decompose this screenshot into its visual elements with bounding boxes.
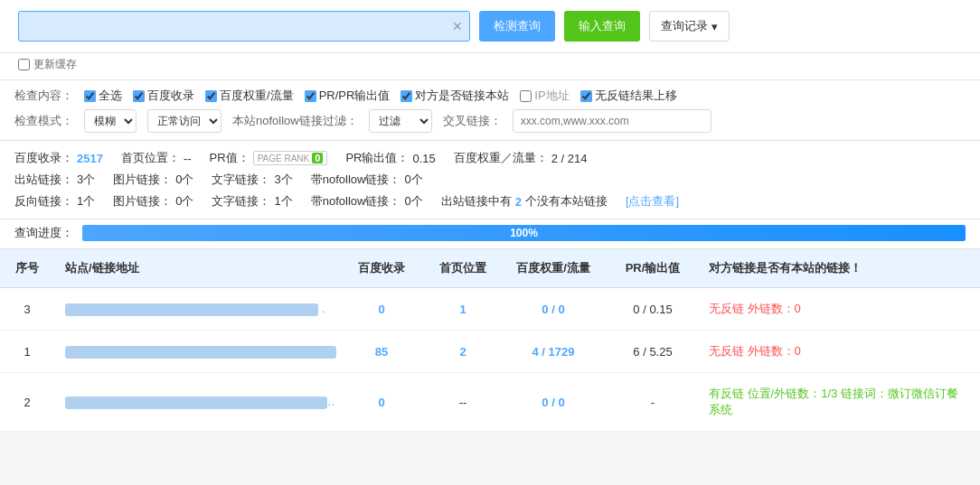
- filter-baidu-weight[interactable]: 百度权重/流量: [205, 88, 294, 104]
- stat-reverse-img-links: 图片链接： 0个: [113, 193, 193, 210]
- close-icon[interactable]: ✕: [452, 19, 463, 33]
- table-header: 序号 站点/链接地址 百度收录 首页位置 百度权重/流量 PR/输出值 对方链接…: [0, 249, 980, 288]
- visit-select[interactable]: 正常访问 模拟蜘蛛: [147, 109, 221, 133]
- click-view-link[interactable]: [点击查看]: [626, 193, 679, 210]
- filter-all[interactable]: 全选: [84, 88, 122, 104]
- cross-link-input[interactable]: [513, 109, 711, 133]
- stat-pr-output: PR输出值： 0.15: [345, 150, 435, 166]
- td-pr-output: -: [608, 390, 698, 415]
- input-button[interactable]: 输入查询: [564, 11, 640, 42]
- td-link-status: 有反链 位置/外链数：1/3 链接词：微订微信订餐系统: [698, 380, 980, 424]
- filter-link-back[interactable]: 对方是否链接本站: [400, 88, 509, 104]
- th-homepage: 首页位置: [427, 256, 499, 280]
- stat-no-site-links: 出站链接中有 2 个没有本站链接: [441, 193, 608, 210]
- stat-text-links: 文字链接： 3个: [212, 172, 292, 188]
- td-pr-output: 6 / 5.25: [608, 340, 698, 364]
- td-index: 3: [0, 297, 54, 322]
- filter-content-row: 检查内容： 全选 百度收录 百度权重/流量 PR/PR输出值 对方是否链接本站 …: [14, 88, 966, 104]
- td-baidu-index: 0: [336, 390, 427, 415]
- mode-select[interactable]: 模糊 精确: [84, 109, 137, 133]
- td-index: 1: [0, 340, 54, 364]
- th-baidu-index: 百度收录: [336, 256, 427, 280]
- blurred-url-1: [65, 346, 336, 359]
- stat-homepage-pos: 首页位置： --: [121, 150, 192, 166]
- stat-img-links: 图片链接： 0个: [113, 172, 193, 188]
- update-cache-label: 更新缓存: [33, 57, 77, 72]
- th-link-status: 对方链接是否有本站的链接！: [698, 256, 980, 280]
- filter-mode-label: 检查模式：: [14, 113, 73, 129]
- stat-reverse-nofollow: 带nofollow链接： 0个: [311, 193, 423, 210]
- nofollow-select[interactable]: 过滤 不过滤: [369, 109, 432, 133]
- filter-section: 检查内容： 全选 百度收录 百度权重/流量 PR/PR输出值 对方是否链接本站 …: [0, 80, 980, 141]
- progress-section: 查询进度： 100%: [0, 219, 980, 249]
- pagerank-badge: PAGE RANK 0: [253, 151, 328, 165]
- td-url[interactable]: .: [54, 296, 336, 322]
- stats-section: 百度收录： 2517 首页位置： -- PR值： PAGE RANK 0 PR输…: [0, 141, 980, 219]
- td-weight-flow: 0 / 0: [499, 390, 608, 415]
- search-box-wrapper: ✕: [18, 11, 470, 42]
- top-bar: ✕ 检测查询 输入查询 查询记录 ▾: [0, 0, 980, 53]
- search-input[interactable]: [18, 11, 470, 42]
- update-cache-checkbox[interactable]: [18, 59, 30, 70]
- blurred-url-3: [65, 303, 318, 316]
- detect-button[interactable]: 检测查询: [479, 11, 555, 42]
- table-row: 2 0 -- 0 / 0 - 有反链 位置/外链数：1/3 链接词：微订微信订餐…: [0, 373, 980, 432]
- progress-label: 查询进度：: [14, 225, 73, 241]
- td-weight-flow: 4 / 1729: [499, 340, 608, 364]
- filter-pr[interactable]: PR/PR输出值: [305, 88, 391, 104]
- td-url[interactable]: [54, 339, 336, 364]
- td-homepage: --: [427, 390, 499, 415]
- stat-baidu-weight: 百度权重／流量： 2 / 214: [454, 150, 588, 166]
- history-label: 查询记录: [661, 18, 708, 34]
- blurred-url-2: [65, 396, 327, 409]
- td-url[interactable]: [54, 389, 336, 415]
- td-pr-output: 0 / 0.15: [608, 297, 698, 322]
- filter-content-label: 检查内容：: [14, 88, 73, 104]
- stat-nofollow-links: 带nofollow链接： 0个: [311, 172, 423, 188]
- td-link-status: 无反链 外链数：0: [698, 295, 980, 322]
- table-section: 序号 站点/链接地址 百度收录 首页位置 百度权重/流量 PR/输出值 对方链接…: [0, 249, 980, 432]
- td-homepage: 2: [427, 340, 499, 364]
- td-weight-flow: 0 / 0: [499, 297, 608, 322]
- chevron-down-icon: ▾: [711, 20, 718, 33]
- th-url: 站点/链接地址: [54, 256, 336, 280]
- th-pr: PR/输出值: [608, 256, 698, 280]
- stat-baidu-index: 百度收录： 2517: [14, 150, 103, 166]
- td-baidu-index: 0: [336, 297, 427, 322]
- filter-no-reverse[interactable]: 无反链结果上移: [580, 88, 677, 104]
- filter-mode-row: 检查模式： 模糊 精确 正常访问 模拟蜘蛛 本站nofollow链接过滤： 过滤…: [14, 109, 966, 133]
- update-cache-row: 更新缓存: [0, 53, 980, 80]
- history-button[interactable]: 查询记录 ▾: [649, 11, 730, 42]
- table-row: 3 . 0 1 0 / 0 0 / 0.15 无反链 外链数：0: [0, 288, 980, 331]
- td-baidu-index: 85: [336, 340, 427, 364]
- stat-out-links: 出站链接： 3个: [14, 172, 95, 188]
- stats-row-1: 百度收录： 2517 首页位置： -- PR值： PAGE RANK 0 PR输…: [14, 150, 966, 166]
- stats-row-2: 出站链接： 3个 图片链接： 0个 文字链接： 3个 带nofollow链接： …: [14, 172, 966, 188]
- stat-reverse-links: 反向链接： 1个: [14, 193, 95, 210]
- td-index: 2: [0, 390, 54, 415]
- td-homepage: 1: [427, 297, 499, 322]
- progress-bar: 100%: [82, 225, 966, 241]
- table-row: 1 85 2 4 / 1729 6 / 5.25 无反链 外链数：0: [0, 331, 980, 373]
- td-link-status: 无反链 外链数：0: [698, 338, 980, 365]
- filter-baidu-index[interactable]: 百度收录: [133, 88, 194, 104]
- th-weight-flow: 百度权重/流量: [499, 256, 608, 280]
- nofollow-label: 本站nofollow链接过滤：: [232, 113, 358, 129]
- th-index: 序号: [0, 256, 54, 280]
- stat-pr: PR值： PAGE RANK 0: [210, 150, 328, 166]
- cross-link-label: 交叉链接：: [443, 113, 502, 129]
- filter-ip[interactable]: IP地址: [520, 88, 569, 104]
- progress-text: 100%: [510, 227, 538, 239]
- stats-row-3: 反向链接： 1个 图片链接： 0个 文字链接： 1个 带nofollow链接： …: [14, 193, 966, 210]
- stat-reverse-text-links: 文字链接： 1个: [212, 193, 292, 210]
